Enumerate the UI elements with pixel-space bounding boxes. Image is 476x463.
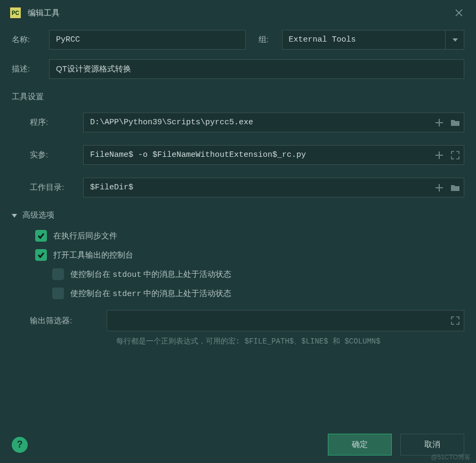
arguments-label: 实参: — [30, 150, 76, 160]
stderr-active-label: 使控制台在 stderr 中的消息上处于活动状态 — [70, 289, 231, 299]
sync-after-label: 在执行后同步文件 — [53, 231, 117, 241]
workingdir-label: 工作目录: — [30, 182, 76, 193]
sync-after-checkbox[interactable] — [35, 230, 47, 242]
titlebar: PC 编辑工具 — [0, 0, 476, 25]
chevron-down-icon[interactable] — [445, 30, 464, 50]
expand-icon[interactable] — [450, 150, 460, 160]
program-label: 程序: — [30, 117, 76, 127]
plus-icon[interactable] — [434, 183, 444, 193]
plus-icon[interactable] — [434, 150, 444, 160]
folder-icon[interactable] — [450, 118, 460, 127]
description-label: 描述: — [12, 64, 42, 74]
name-label: 名称: — [12, 35, 42, 45]
close-icon[interactable] — [451, 5, 466, 20]
footer: ? 确定 取消 — [0, 434, 476, 456]
output-filter-label: 输出筛选器: — [30, 316, 99, 326]
stdout-active-checkbox[interactable] — [52, 268, 64, 280]
expand-icon[interactable] — [450, 316, 460, 325]
advanced-toggle[interactable]: 高级选项 — [12, 210, 464, 220]
output-filter-input[interactable] — [107, 310, 464, 331]
advanced-label: 高级选项 — [22, 210, 54, 220]
open-console-checkbox[interactable] — [35, 249, 47, 261]
description-input[interactable] — [49, 59, 464, 79]
arguments-input[interactable]: FileName$ -o $FileNameWithoutExtension$_… — [83, 145, 464, 165]
window-title: 编辑工具 — [28, 8, 445, 18]
stderr-active-checkbox[interactable] — [52, 288, 64, 299]
group-label: 组: — [259, 35, 275, 45]
program-input[interactable]: D:\APP\Python39\Scripts\pyrcc5.exe — [83, 113, 464, 132]
triangle-down-icon — [12, 213, 17, 218]
watermark: @51CTO博客 — [431, 453, 471, 462]
name-input[interactable] — [49, 30, 246, 50]
ok-button[interactable]: 确定 — [328, 434, 392, 456]
help-button[interactable]: ? — [12, 437, 28, 453]
folder-icon[interactable] — [450, 183, 460, 193]
workingdir-input[interactable]: $FileDir$ — [83, 178, 464, 197]
app-icon: PC — [10, 7, 21, 19]
filter-hint: 每行都是一个正则表达式，可用的宏: $FILE_PATH$、$LINE$ 和 $… — [12, 337, 464, 346]
group-select[interactable]: External Tools — [282, 30, 465, 50]
plus-icon[interactable] — [434, 118, 444, 127]
stdout-active-label: 使控制台在 stdout 中的消息上处于活动状态 — [70, 269, 231, 280]
open-console-label: 打开工具输出的控制台 — [53, 250, 133, 260]
cancel-button[interactable]: 取消 — [400, 434, 464, 456]
tool-settings-header: 工具设置 — [12, 92, 464, 102]
